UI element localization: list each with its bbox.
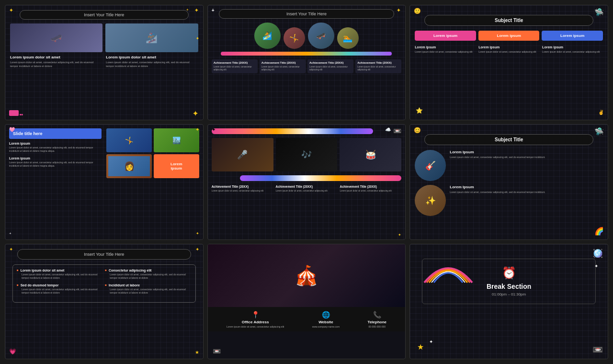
slide6-content: 🎸 ✨ Lorem Ipsum Lorem ipsum dolor sit am… bbox=[415, 150, 603, 216]
slide3-pill3: Lorem ipsum bbox=[542, 31, 603, 41]
slide3-col2-body: Lorem ipsum dolor sit amet, consectetur … bbox=[478, 50, 539, 54]
slide2-achieve2: Achievement Title (20XX) Lorem ipsum dol… bbox=[260, 59, 306, 73]
slide5-achieve2-body: Lorem ipsum dolor sit amet, consectetur … bbox=[276, 190, 338, 193]
deco-spark-3: ✦ bbox=[397, 8, 400, 13]
slide-3: 🛸 🙂 Subject Title Lorem ipsum Lorem ipsu… bbox=[409, 5, 608, 120]
slide4-slide-title: Slide title here bbox=[9, 128, 102, 139]
concert-icon-3: 🥁 bbox=[340, 138, 401, 171]
slide7-list-box: Lorem ipsum dolor sit amet Lorem ipsum d… bbox=[12, 264, 196, 303]
slide8-concert-img: 🎪 bbox=[208, 244, 406, 307]
slide5-achieve1: Achievement Title (20XX) Lorem ipsum dol… bbox=[212, 185, 273, 193]
slide4-section2-body: Lorem ipsum dolor sit amet, consectetur … bbox=[9, 161, 102, 168]
item2-body: Lorem ipsum dolor sit amet, consectetur … bbox=[105, 273, 191, 280]
heart-deco-7: 💗 bbox=[9, 348, 16, 355]
slide3-pill2: Lorem ipsum bbox=[478, 31, 540, 41]
slide5-achieve2-title: Achievement Title (20XX) bbox=[276, 185, 338, 189]
star-deco-3: ⭐ bbox=[416, 107, 423, 114]
smiley-deco-1: 🙂 bbox=[414, 8, 421, 14]
slides-grid: ✦ + ✦ Insert Your Title Here 🛹 🏂 Lorem i… bbox=[0, 0, 613, 364]
slide3-subject-title: Subject Title bbox=[424, 15, 593, 26]
slide1-img2: 🏂 bbox=[105, 23, 198, 52]
slide7-item4: Incididunt ut labore Lorem ipsum dolor s… bbox=[105, 284, 191, 295]
item3-heading: Sed do eiusmod tempor bbox=[17, 284, 103, 287]
contact1-title: Office Address bbox=[227, 320, 284, 324]
slide-5: ✦ ☁️ 📼 🎤 🎶 🥁 Achievement Title (20XX) Lo… bbox=[207, 124, 406, 239]
deco-spark-9b: ✦ bbox=[429, 339, 433, 344]
slide1-body2: Lorem ipsum dolor sit amet, consectetur … bbox=[106, 61, 198, 68]
slide5-rainbow-top bbox=[212, 128, 373, 134]
slide5-achieve3-title: Achievement Title (20XX) bbox=[340, 185, 401, 189]
skater-icon-1: 🛹 bbox=[10, 23, 102, 52]
slide-2: + ✦ Insert Your Title Here 🏄 🤸 🛹 🏊 Achie… bbox=[207, 5, 406, 120]
slide3-col1: Lorem ipsum Lorem ipsum dolor sit amet, … bbox=[415, 46, 476, 54]
slide-7: ✦ ✦ Insert Your Title Here Lorem ipsum d… bbox=[5, 244, 204, 359]
item1-body: Lorem ipsum dolor sit amet, consectetur … bbox=[17, 273, 103, 280]
deco-plus-2: + bbox=[212, 8, 215, 13]
star-deco-7: ★ bbox=[195, 350, 199, 355]
item2-heading: Consectetur adipiscing elit bbox=[105, 269, 191, 272]
slide2-title: Insert Your Title Here bbox=[219, 9, 395, 19]
disco-ball-deco: 🪩 bbox=[592, 248, 603, 259]
slide5-img1: 🎤 bbox=[212, 138, 273, 171]
star-deco-4: ✦ bbox=[195, 127, 199, 132]
slide6-body2: Lorem ipsum dolor sit amet, consectetur … bbox=[450, 191, 603, 194]
heart-deco-4: 🩷 bbox=[9, 127, 15, 132]
deco-cross-2: + bbox=[186, 8, 189, 12]
slide7-list: Lorem ipsum dolor sit amet Lorem ipsum d… bbox=[17, 269, 192, 298]
slide1-col2: Lorem ipsum dolor sit amet Lorem ipsum d… bbox=[106, 55, 198, 68]
grid-cell3: 👩 bbox=[106, 154, 152, 178]
tape-deco-8: 📼 bbox=[213, 347, 221, 355]
concert-icon-1: 🎤 bbox=[212, 138, 273, 171]
grid-cell2: 🏙️ bbox=[154, 128, 199, 152]
slide1-img1: 🛹 bbox=[10, 23, 102, 52]
slide3-col3: Lorem ipsum Lorem ipsum dolor sit amet, … bbox=[542, 46, 603, 54]
contact2-detail: www.company-name.com bbox=[312, 325, 340, 329]
website-icon: 🌐 bbox=[312, 311, 340, 318]
slide-8: 🎪 📍 Office Address Lorem ipsum dolor sit… bbox=[207, 244, 406, 359]
slide6-circle1-icon: 🎸 bbox=[415, 150, 446, 181]
slide5-images: 🎤 🎶 🥁 bbox=[212, 138, 402, 171]
skater-icon-2: 🏂 bbox=[105, 23, 198, 52]
slide6-circle1: 🎸 bbox=[415, 150, 446, 181]
contact2-title: Website bbox=[312, 320, 340, 324]
slide-4: 🩷 ✦ Slide title here Lorem ipsum Lorem i… bbox=[5, 124, 204, 239]
slide1-text-row: Lorem ipsum dolor sit amet Lorem ipsum d… bbox=[10, 55, 198, 68]
slide3-col1-heading: Lorem ipsum bbox=[415, 46, 476, 49]
contact3-title: Telephone bbox=[368, 320, 386, 324]
slide1-title: Insert Your Title Here bbox=[20, 10, 189, 20]
slide2-circle2-icon: 🤸 bbox=[284, 27, 305, 49]
item3-body: Lorem ipsum dolor sit amet, consectetur … bbox=[17, 288, 103, 295]
slide4-section2-heading: Lorem ipsum bbox=[9, 157, 102, 160]
slide3-col2: Lorem ipsum Lorem ipsum dolor sit amet, … bbox=[478, 46, 539, 54]
contact3-detail: 00-000-000-000 bbox=[368, 325, 386, 329]
deco-plus-4: + bbox=[9, 231, 11, 236]
slide3-col2-heading: Lorem ipsum bbox=[478, 46, 539, 49]
achieve4-body: Lorem ipsum dolor sit amet, consectetur … bbox=[357, 66, 399, 71]
slide7-col2: Consectetur adipiscing elit Lorem ipsum … bbox=[105, 269, 191, 298]
grid-cell1: 🤸 bbox=[106, 128, 152, 152]
slide4-left: Slide title here Lorem ipsum Lorem ipsum… bbox=[9, 128, 103, 178]
rainbow-deco-6: 🌈 bbox=[594, 227, 604, 236]
slide6-body1: Lorem ipsum dolor sit amet, consectetur … bbox=[450, 156, 603, 159]
slide7-item2: Consectetur adipiscing elit Lorem ipsum … bbox=[105, 269, 191, 280]
slide4-section1-heading: Lorem ipsum bbox=[9, 142, 102, 145]
grid-cell4: Lorem ipsum bbox=[154, 154, 199, 178]
slide6-images: 🎸 ✨ bbox=[415, 150, 446, 216]
slide7-col1: Lorem ipsum dolor sit amet Lorem ipsum d… bbox=[17, 269, 103, 298]
deco-spark-2: ✦ bbox=[196, 36, 199, 41]
slide2-achievements: Achievement Title (20XX) Lorem ipsum dol… bbox=[212, 59, 402, 73]
slide1-tape-label: ■■ bbox=[20, 113, 23, 116]
deco-spark-7b: ✦ bbox=[195, 247, 199, 252]
slide6-circle2-icon: ✨ bbox=[415, 185, 446, 216]
slide5-achieve2: Achievement Title (20XX) Lorem ipsum dol… bbox=[276, 185, 338, 193]
achieve3-title: Achievement Title (20XX) bbox=[309, 61, 352, 65]
deco-cloud-5: ☁️ bbox=[385, 127, 391, 132]
slide6-text1: Lorem Ipsum Lorem ipsum dolor sit amet, … bbox=[450, 150, 603, 181]
slide6-heading2: Lorem Ipsum bbox=[450, 185, 603, 189]
smiley-deco-6: 😊 bbox=[414, 127, 421, 134]
slide1-images: 🛹 🏂 bbox=[10, 23, 198, 52]
slide9-break-time: 01:00pm – 01:30pm bbox=[430, 292, 588, 296]
slide7-item1: Lorem ipsum dolor sit amet Lorem ipsum d… bbox=[17, 269, 103, 280]
tape-deco-5: 📼 bbox=[393, 127, 401, 135]
slide5-img2: 🎶 bbox=[276, 138, 338, 171]
